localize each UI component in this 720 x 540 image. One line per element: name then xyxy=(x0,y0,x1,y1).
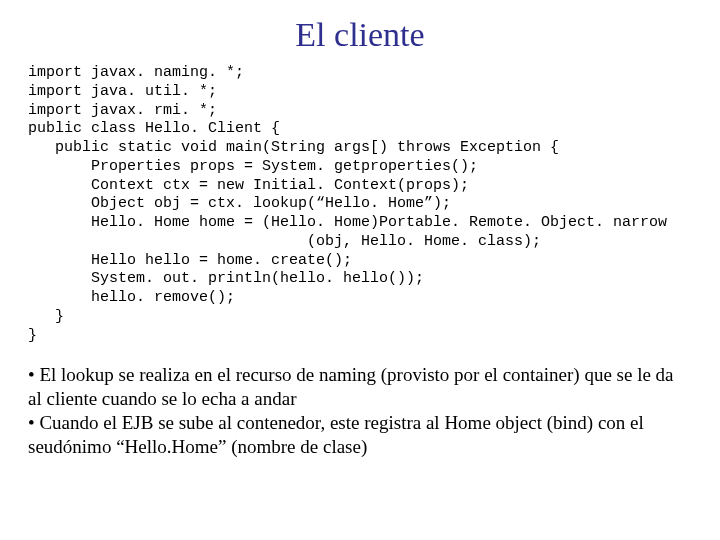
bullet-item: • El lookup se realiza en el recurso de … xyxy=(28,363,692,411)
code-block: import javax. naming. *; import java. ut… xyxy=(28,64,692,345)
notes-block: • El lookup se realiza en el recurso de … xyxy=(28,363,692,458)
slide-title: El cliente xyxy=(28,16,692,54)
bullet-item: • Cuando el EJB se sube al contenedor, e… xyxy=(28,411,692,459)
slide: El cliente import javax. naming. *; impo… xyxy=(0,0,720,540)
